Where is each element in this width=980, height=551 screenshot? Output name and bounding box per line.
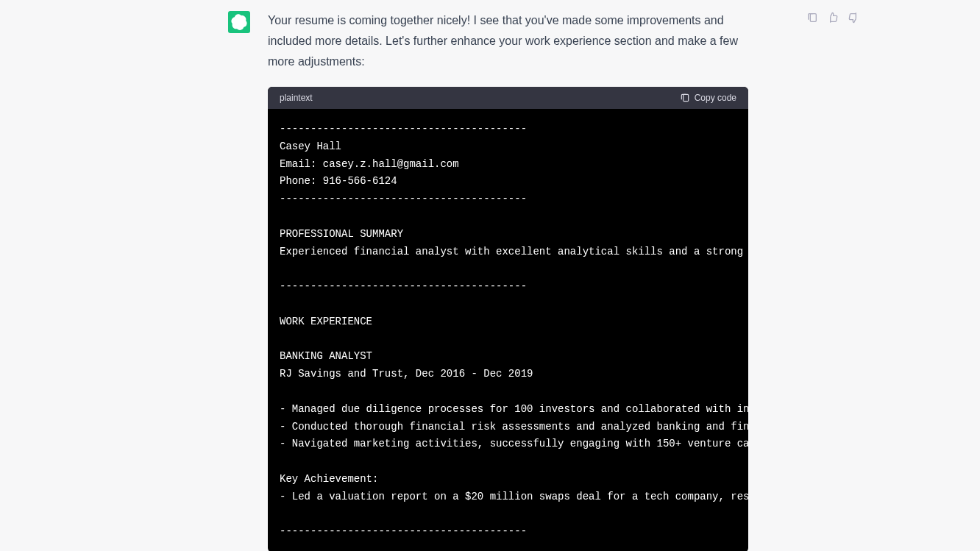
assistant-message: Your resume is coming together nicely! I… (228, 0, 809, 551)
clipboard-icon (680, 93, 690, 103)
copy-code-label: Copy code (695, 93, 736, 103)
message-text: Your resume is coming together nicely! I… (268, 10, 739, 72)
thumbs-up-icon (827, 12, 839, 24)
copy-code-button[interactable]: Copy code (680, 93, 736, 103)
message-content: Your resume is coming together nicely! I… (268, 10, 809, 551)
svg-rect-0 (683, 94, 688, 101)
openai-logo-icon (231, 14, 247, 30)
message-actions (805, 10, 861, 25)
svg-rect-1 (810, 14, 816, 22)
copy-message-button[interactable] (805, 10, 820, 25)
code-text: ----------------------------------------… (280, 121, 736, 541)
thumbs-up-button[interactable] (825, 10, 840, 25)
clipboard-icon (806, 12, 818, 24)
thumbs-down-icon (848, 12, 859, 24)
code-header: plaintext Copy code (268, 87, 748, 109)
assistant-avatar (228, 11, 250, 33)
code-language-label: plaintext (280, 93, 313, 103)
code-content: ----------------------------------------… (268, 109, 748, 551)
code-block: plaintext Copy code --------------------… (268, 87, 748, 551)
thumbs-down-button[interactable] (846, 10, 861, 25)
